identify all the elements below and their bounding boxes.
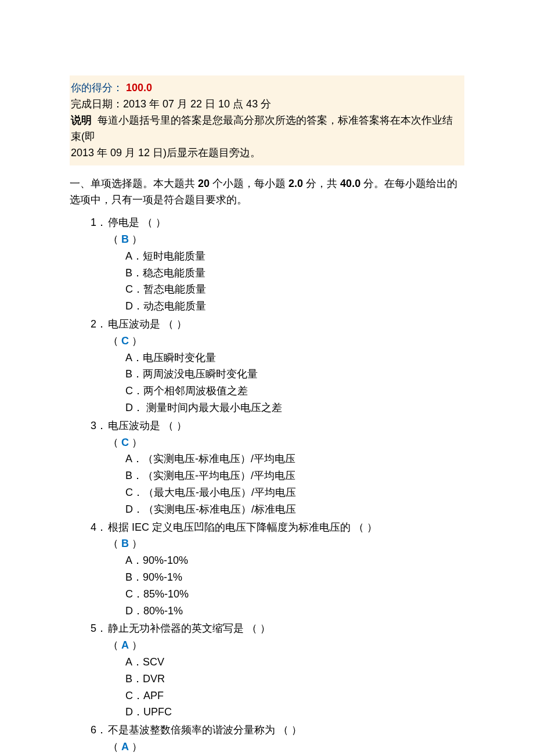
- section-prefix: 一、单项选择题。本大题共: [70, 178, 198, 189]
- page-container: 你的得分： 100.0 完成日期：2013 年 07 月 22 日 10 点 4…: [0, 0, 534, 756]
- option-label: C．: [125, 484, 143, 501]
- answer-line: （ B ）: [91, 535, 464, 552]
- note-label: 说明: [71, 114, 92, 126]
- answer-letter: B: [121, 538, 129, 549]
- option-item: D． 测量时间内最大最小电压之差: [125, 399, 464, 416]
- option-text: UPFC: [143, 706, 172, 718]
- option-item: A．电压瞬时变化量: [125, 350, 464, 366]
- option-item: C．两个相邻周波极值之差: [125, 383, 464, 399]
- option-text: DVR: [143, 673, 165, 685]
- question-item: 5．静止无功补偿器的英文缩写是 （ ）（ A ）A．SCVB．DVRC．APFD…: [91, 620, 464, 721]
- question-item: 6．不是基波整数倍频率的谐波分量称为 （ ）（ A ）A．分数谐波B．高次谐波C…: [91, 722, 464, 756]
- section-points-each: 2.0: [288, 178, 303, 189]
- option-text: 动态电能质量: [143, 300, 206, 312]
- score-value: 100.0: [126, 82, 152, 93]
- option-text: 85%-10%: [143, 588, 189, 600]
- option-label: A．: [125, 350, 143, 366]
- option-label: D．: [125, 298, 143, 315]
- section-points-total: 40.0: [340, 178, 360, 189]
- option-label: C．: [125, 687, 143, 704]
- option-text: （实测电压-标准电压）/标准电压: [143, 503, 296, 515]
- option-item: A．短时电能质量: [125, 248, 464, 265]
- answer-letter: C: [121, 335, 129, 347]
- score-line: 你的得分： 100.0: [71, 80, 457, 96]
- option-label: B．: [125, 265, 143, 282]
- option-label: B．: [125, 366, 143, 383]
- question-text: 静止无功补偿器的英文缩写是 （ ）: [108, 620, 464, 637]
- section-mid1: 个小题，每小题: [210, 178, 288, 189]
- question-number: 5．: [91, 620, 108, 637]
- option-text: （最大电压-最小电压）/平均电压: [143, 487, 296, 498]
- option-label: C．: [125, 281, 143, 298]
- option-text: 90%-10%: [143, 555, 188, 566]
- option-label: D．: [125, 704, 143, 721]
- option-label: A．: [125, 552, 143, 569]
- option-text: SCV: [143, 656, 164, 668]
- option-item: D．动态电能质量: [125, 298, 464, 315]
- option-text: 测量时间内最大最小电压之差: [143, 402, 282, 413]
- option-item: C．暂态电能质量: [125, 281, 464, 298]
- option-label: C．: [125, 383, 143, 399]
- completion-prefix: 完成日期：: [71, 98, 123, 110]
- option-item: B．90%-1%: [125, 569, 464, 586]
- answer-line: （ C ）: [91, 434, 464, 451]
- option-label: A．: [125, 451, 143, 467]
- answer-letter: C: [121, 437, 129, 448]
- option-item: C．（最大电压-最小电压）/平均电压: [125, 484, 464, 501]
- option-text: 80%-1%: [143, 605, 183, 617]
- option-label: D．: [125, 603, 143, 620]
- option-text: 90%-1%: [143, 571, 182, 583]
- option-text: 短时电能质量: [143, 250, 205, 262]
- option-item: D．（实测电压-标准电压）/标准电压: [125, 501, 464, 518]
- options-list: A．90%-10%B．90%-1%C．85%-10%D．80%-1%: [91, 552, 464, 619]
- option-item: B．DVR: [125, 671, 464, 687]
- section-mid2: 分，共: [303, 178, 340, 189]
- question-head: 1．停电是 （ ）: [91, 214, 464, 231]
- answer-line: （ A ）: [91, 637, 464, 654]
- question-number: 1．: [91, 214, 108, 231]
- option-label: C．: [125, 586, 143, 603]
- answer-line: （ A ）: [91, 739, 464, 755]
- option-label: B．: [125, 569, 143, 586]
- option-text: 两周波没电压瞬时变化量: [143, 368, 258, 380]
- option-label: A．: [125, 654, 143, 671]
- options-list: A．SCVB．DVRC．APFD．UPFC: [91, 654, 464, 721]
- option-text: （实测电压-平均电压）/平均电压: [143, 470, 295, 481]
- option-label: B．: [125, 467, 143, 484]
- section-intro: 一、单项选择题。本大题共 20 个小题，每小题 2.0 分，共 40.0 分。在…: [70, 176, 464, 208]
- option-label: B．: [125, 671, 143, 687]
- question-head: 2．电压波动是 （ ）: [91, 316, 464, 333]
- option-item: C．85%-10%: [125, 586, 464, 603]
- option-text: 两个相邻周波极值之差: [143, 385, 248, 397]
- question-text: 根据 IEC 定义电压凹陷的电压下降幅度为标准电压的 （ ）: [108, 519, 464, 536]
- question-number: 4．: [91, 519, 108, 536]
- info-box: 你的得分： 100.0 完成日期：2013 年 07 月 22 日 10 点 4…: [70, 75, 464, 165]
- question-text: 电压波动是 （ ）: [108, 417, 464, 434]
- question-text: 电压波动是 （ ）: [108, 316, 464, 333]
- section-count: 20: [198, 178, 210, 189]
- question-item: 4．根据 IEC 定义电压凹陷的电压下降幅度为标准电压的 （ ）（ B ）A．9…: [91, 519, 464, 620]
- option-item: A．SCV: [125, 654, 464, 671]
- option-text: （实测电压-标准电压）/平均电压: [143, 453, 295, 465]
- option-item: A．90%-10%: [125, 552, 464, 569]
- question-item: 2．电压波动是 （ ）（ C ）A．电压瞬时变化量B．两周波没电压瞬时变化量C．…: [91, 316, 464, 416]
- options-list: A．（实测电压-标准电压）/平均电压B．（实测电压-平均电压）/平均电压C．（最…: [91, 451, 464, 517]
- answer-line: （ B ）: [91, 231, 464, 248]
- question-number: 3．: [91, 417, 108, 434]
- note-line-2: 2013 年 09 月 12 日)后显示在题目旁边。: [71, 145, 457, 161]
- option-item: B．稳态电能质量: [125, 265, 464, 282]
- question-text: 停电是 （ ）: [108, 214, 464, 231]
- question-head: 3．电压波动是 （ ）: [91, 417, 464, 434]
- option-item: B．两周波没电压瞬时变化量: [125, 366, 464, 383]
- answer-line: （ C ）: [91, 333, 464, 350]
- question-text: 不是基波整数倍频率的谐波分量称为 （ ）: [108, 722, 464, 739]
- completion-line: 完成日期：2013 年 07 月 22 日 10 点 43 分: [71, 96, 457, 113]
- option-item: C．APF: [125, 687, 464, 704]
- questions-list: 1．停电是 （ ）（ B ）A．短时电能质量B．稳态电能质量C．暂态电能质量D．…: [70, 214, 464, 756]
- options-list: A．电压瞬时变化量B．两周波没电压瞬时变化量C．两个相邻周波极值之差D． 测量时…: [91, 350, 464, 416]
- option-item: D．UPFC: [125, 704, 464, 721]
- question-head: 5．静止无功补偿器的英文缩写是 （ ）: [91, 620, 464, 637]
- option-label: D．: [125, 399, 143, 416]
- question-number: 6．: [91, 722, 108, 739]
- option-item: D．80%-1%: [125, 603, 464, 620]
